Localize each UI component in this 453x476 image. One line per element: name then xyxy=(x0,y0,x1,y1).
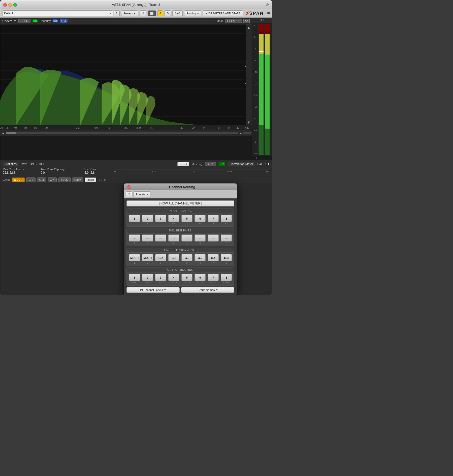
routing-button[interactable]: Routing ▼ xyxy=(184,10,201,16)
gear-button[interactable]: ⚙ xyxy=(243,19,250,23)
green-led[interactable] xyxy=(33,19,38,22)
spectrum-canvas[interactable]: -18 -24 -30 -36 -42 -48 -54 -60 -66 -72 … xyxy=(0,24,252,125)
routing-presets-button[interactable]: Presets ▼ xyxy=(134,191,150,197)
dbfs-button[interactable]: DBFS xyxy=(205,162,216,166)
output-btn-1[interactable]: 1 xyxy=(129,274,140,281)
scroll-left-icon[interactable]: ◀ xyxy=(1,132,5,135)
reset-button[interactable]: Reset xyxy=(177,162,189,166)
maximize-button[interactable] xyxy=(13,3,17,7)
output-btn-4[interactable]: 4 xyxy=(168,274,179,281)
midside-btn-4[interactable]: --- xyxy=(168,234,179,242)
input-btn-6[interactable]: 6 xyxy=(195,215,206,222)
window-controls xyxy=(3,3,17,7)
output-cell-7: 7 OUT7 xyxy=(207,274,219,284)
multi-button[interactable]: MULTI xyxy=(12,177,25,182)
routing-question-button[interactable]: ? xyxy=(126,191,132,197)
group-assign-btn-7[interactable]: G-4 xyxy=(208,254,219,261)
vu-scale: 6 0 -6 -12 -18 -24 -30 -36 -42 -48 -54 -… xyxy=(254,24,257,155)
true-peak-values: -5.9 -5.8 xyxy=(83,171,109,174)
scroll-track[interactable] xyxy=(6,132,238,134)
freq-30: 30 xyxy=(6,127,9,129)
hold-button[interactable]: HOLD xyxy=(18,19,31,23)
output-btn-3[interactable]: 3 xyxy=(155,274,166,281)
midside-btn-8[interactable]: --- xyxy=(221,234,232,242)
copy-button[interactable]: Copy xyxy=(72,177,83,182)
group-assign-btn-3[interactable]: G-2 xyxy=(155,254,166,261)
g2-button[interactable]: G-2 xyxy=(26,177,35,182)
routing-close-button[interactable] xyxy=(127,185,131,189)
ab-button[interactable]: A▶B xyxy=(172,10,183,16)
reload-button[interactable]: ↺ xyxy=(140,10,146,16)
minimize-button[interactable] xyxy=(8,3,12,7)
vu-l-svg xyxy=(259,24,264,155)
zoom-thumb[interactable] xyxy=(243,132,251,134)
input-btn-8[interactable]: 8 xyxy=(221,215,232,222)
output-btn-5[interactable]: 5 xyxy=(181,274,192,281)
vu-scale-36n: -36 xyxy=(254,106,257,108)
midside-btn-6[interactable]: --- xyxy=(195,234,206,242)
a-button[interactable]: A xyxy=(157,10,163,16)
output-routing-title: OUTPUT ROUTING xyxy=(127,268,234,272)
vu-r-svg xyxy=(265,24,270,155)
group-assign-sublabel-6: 6 xyxy=(200,262,201,264)
midside-btn-5[interactable]: --- xyxy=(181,234,192,242)
corr-1: 1.00 xyxy=(264,170,269,173)
corr-0: 0.00 xyxy=(190,170,195,173)
svg-rect-27 xyxy=(259,54,264,125)
input-btn-4[interactable]: 4 xyxy=(168,215,179,222)
close-button[interactable] xyxy=(3,3,7,7)
input-btn-5[interactable]: 5 xyxy=(181,215,192,222)
b-button[interactable]: B xyxy=(165,10,171,16)
scroll-down-icon[interactable]: ▼ xyxy=(247,120,250,124)
group-names-button[interactable]: Group Names ▼ xyxy=(181,287,234,293)
correlation-meter-bar xyxy=(114,169,269,169)
output-btn-7[interactable]: 7 xyxy=(208,274,219,281)
group-assign-btn-2[interactable]: MULTI xyxy=(142,254,153,261)
input-btn-2[interactable]: 2 xyxy=(142,215,153,222)
midside-btn-1[interactable]: --- xyxy=(129,234,140,242)
group-assign-btn-8[interactable]: G-4 xyxy=(221,254,232,261)
input-btn-3[interactable]: 3 xyxy=(155,215,166,222)
solo-button[interactable]: SOLO xyxy=(58,177,71,182)
mode-default[interactable]: DEFAULT xyxy=(225,19,242,23)
hide-meters-button[interactable]: HIDE METERS AND STATS xyxy=(203,10,243,16)
scroll-right-icon[interactable]: ▶ xyxy=(239,132,243,135)
tp-button[interactable]: TP xyxy=(218,162,225,166)
output-btn-8[interactable]: 8 xyxy=(221,274,232,281)
scroll-thumb[interactable] xyxy=(6,132,16,134)
input-btn-7[interactable]: 7 xyxy=(208,215,219,222)
output-btn-6[interactable]: 6 xyxy=(195,274,206,281)
group-assign-sublabel-1: 1 xyxy=(134,262,135,264)
output-btn-2[interactable]: 2 xyxy=(142,274,153,281)
output-cell-5: 5 OUT5 xyxy=(181,274,193,284)
freq-20k: 20K xyxy=(244,127,249,129)
group-assign-btn-1[interactable]: MULTI xyxy=(129,254,140,261)
midside-btn-2[interactable]: --- xyxy=(142,234,153,242)
scroll-up-icon[interactable]: ▲ xyxy=(247,25,250,29)
input-btn-1[interactable]: 1 xyxy=(129,215,140,222)
in-channel-labels-button[interactable]: IN Channel Labels ▼ xyxy=(126,287,180,293)
rms-values: -19.8 -18.7 xyxy=(29,162,44,166)
blue-led[interactable] xyxy=(53,19,58,22)
preset-select[interactable]: Default xyxy=(2,10,113,16)
midside-btn-7[interactable]: --- xyxy=(208,234,219,242)
expand-icon[interactable]: ⊕ xyxy=(266,2,269,7)
title-bar: VST3: SPAN (Voxengo) - Track 3 ⊕ xyxy=(0,0,272,9)
presets-button[interactable]: Presets ▼ xyxy=(121,10,138,16)
midside-btn-3[interactable]: --- xyxy=(155,234,166,242)
menu-icon[interactable]: ≡ xyxy=(267,11,270,16)
vu-meter: 6 0 -6 -12 -18 -24 -30 -36 -42 -48 -54 -… xyxy=(252,23,272,156)
fx-button[interactable]: ⬜ xyxy=(148,10,156,16)
question-button[interactable]: ? xyxy=(114,10,120,16)
group-assign-btn-5[interactable]: G-3 xyxy=(181,254,192,261)
group-assign-btn-6[interactable]: G-3 xyxy=(195,254,206,261)
input-sublabel-7: Lc xyxy=(212,222,215,225)
bal-label: BAL xyxy=(257,163,263,166)
freq-80: 80 xyxy=(34,127,37,129)
group-reset-button[interactable]: Reset xyxy=(85,177,96,182)
group-label: Group xyxy=(3,178,11,181)
g4-button[interactable]: G-4 xyxy=(48,177,57,182)
group-assign-btn-4[interactable]: G-2 xyxy=(168,254,179,261)
g3-button[interactable]: G-3 xyxy=(37,177,46,182)
show-all-meters-button[interactable]: SHOW ALL CHANNEL METERS xyxy=(126,200,234,206)
